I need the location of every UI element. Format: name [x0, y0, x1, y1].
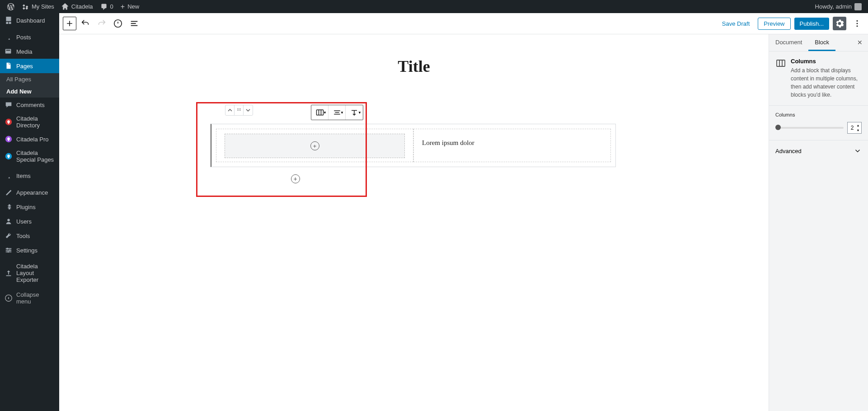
new-label: New [127, 3, 139, 10]
my-sites[interactable]: My Sites [18, 0, 58, 13]
comment-icon [100, 3, 108, 10]
site-name[interactable]: Citadela [58, 0, 97, 13]
comment-count: 0 [110, 3, 113, 10]
network-icon [22, 3, 29, 10]
admin-bar-left: My Sites Citadela 0 + New [4, 0, 143, 13]
site-name-label: Citadela [71, 3, 93, 10]
wp-logo[interactable] [4, 0, 18, 13]
avatar [854, 3, 862, 10]
admin-bar: My Sites Citadela 0 + New Howdy, admin [0, 0, 868, 13]
new-content[interactable]: + New [117, 0, 143, 13]
howdy-text: Howdy, admin [815, 3, 852, 10]
home-icon [61, 3, 69, 10]
plus-icon: + [121, 3, 125, 11]
comments-bubble[interactable]: 0 [97, 0, 117, 13]
admin-bar-right[interactable]: Howdy, admin [815, 3, 864, 10]
wordpress-icon [7, 3, 14, 10]
my-sites-label: My Sites [32, 3, 54, 10]
